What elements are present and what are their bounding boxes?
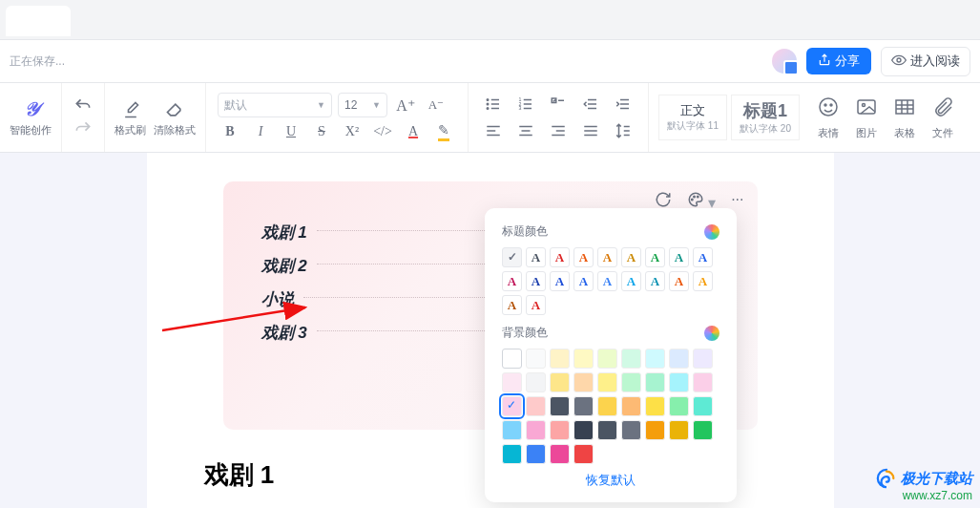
more-icon[interactable]: ···: [731, 191, 743, 212]
strikethrough-button[interactable]: S: [309, 121, 334, 142]
title-color-swatch[interactable]: A: [597, 247, 617, 267]
outdent-button[interactable]: [577, 94, 604, 115]
align-justify-button[interactable]: [577, 120, 604, 141]
ordered-list-button[interactable]: 123: [512, 94, 539, 115]
style-heading1[interactable]: 标题1 默认字体 20: [731, 95, 800, 140]
bullet-list-button[interactable]: [480, 94, 507, 115]
title-color-swatch[interactable]: A: [526, 247, 546, 267]
bg-color-swatch[interactable]: [526, 372, 546, 392]
bold-button[interactable]: B: [218, 121, 242, 142]
bg-color-swatch[interactable]: [526, 420, 546, 440]
custom-color-icon[interactable]: [704, 224, 719, 240]
read-mode-button[interactable]: 进入阅读: [881, 47, 970, 76]
highlight-button[interactable]: ✎: [431, 121, 456, 142]
italic-button[interactable]: I: [248, 121, 273, 142]
align-left-button[interactable]: [480, 120, 507, 141]
bg-color-swatch[interactable]: [550, 444, 570, 464]
avatar[interactable]: [772, 49, 797, 74]
title-color-swatch[interactable]: A: [526, 295, 546, 315]
title-color-swatch[interactable]: A: [573, 271, 594, 291]
align-center-button[interactable]: [512, 120, 539, 141]
bg-color-swatch[interactable]: [645, 396, 665, 416]
bg-color-swatch[interactable]: [693, 349, 713, 369]
title-color-swatch[interactable]: A: [645, 271, 665, 291]
restore-default-button[interactable]: 恢复默认: [502, 472, 719, 489]
share-button[interactable]: 分享: [806, 48, 871, 74]
bg-color-swatch[interactable]: [693, 396, 713, 416]
title-color-swatch[interactable]: A: [526, 271, 546, 291]
format-brush-icon[interactable]: [119, 98, 142, 121]
title-color-swatch[interactable]: A: [550, 247, 570, 267]
checklist-button[interactable]: [545, 94, 572, 115]
superscript-button[interactable]: X²: [340, 121, 365, 142]
bg-color-swatch[interactable]: [573, 396, 594, 416]
decrease-font-icon[interactable]: A⁻: [424, 95, 448, 116]
bg-color-swatch[interactable]: [573, 444, 594, 464]
title-color-swatch[interactable]: [502, 247, 522, 267]
font-color-button[interactable]: A: [401, 121, 426, 142]
title-color-swatch[interactable]: A: [502, 271, 522, 291]
bg-color-swatch[interactable]: [693, 420, 713, 440]
title-color-swatch[interactable]: A: [573, 247, 594, 267]
title-color-swatch[interactable]: A: [669, 271, 689, 291]
title-color-swatch[interactable]: A: [669, 247, 689, 267]
bg-color-swatch[interactable]: [502, 396, 522, 416]
bg-color-swatch[interactable]: [550, 372, 570, 392]
bg-color-swatch[interactable]: [573, 372, 594, 392]
bg-color-swatch[interactable]: [621, 349, 641, 369]
title-color-swatch[interactable]: A: [693, 271, 713, 291]
underline-button[interactable]: U: [279, 121, 303, 142]
title-color-swatch[interactable]: A: [621, 271, 641, 291]
bg-color-swatch[interactable]: [621, 372, 641, 392]
smart-create-icon[interactable]: 𝒴: [19, 98, 42, 121]
bg-color-swatch[interactable]: [645, 420, 665, 440]
indent-button[interactable]: [610, 94, 636, 115]
bg-color-swatch[interactable]: [669, 396, 689, 416]
file-button[interactable]: 文件: [924, 83, 962, 152]
bg-color-swatch[interactable]: [645, 349, 665, 369]
increase-font-icon[interactable]: A⁺: [393, 95, 418, 116]
line-height-button[interactable]: [610, 120, 636, 141]
bg-color-swatch[interactable]: [669, 349, 689, 369]
bg-color-swatch[interactable]: [621, 420, 641, 440]
bg-color-swatch[interactable]: [502, 349, 522, 369]
bg-color-swatch[interactable]: [550, 420, 570, 440]
bg-color-swatch[interactable]: [597, 349, 617, 369]
redo-icon[interactable]: [72, 117, 94, 140]
bg-color-swatch[interactable]: [526, 396, 546, 416]
bg-color-swatch[interactable]: [526, 349, 546, 369]
undo-icon[interactable]: [72, 95, 94, 117]
table-button[interactable]: 表格: [886, 83, 924, 152]
title-color-swatch[interactable]: A: [621, 247, 641, 267]
bg-color-swatch[interactable]: [669, 420, 689, 440]
title-color-swatch[interactable]: A: [597, 271, 617, 291]
bg-color-swatch[interactable]: [621, 396, 641, 416]
bg-color-swatch[interactable]: [550, 396, 570, 416]
bg-color-swatch[interactable]: [669, 372, 689, 392]
style-normal[interactable]: 正文 默认字体 11: [658, 95, 727, 140]
bg-color-swatch[interactable]: [693, 372, 713, 392]
bg-color-swatch[interactable]: [502, 444, 522, 464]
bg-color-swatch[interactable]: [597, 420, 617, 440]
clear-format-icon[interactable]: [163, 98, 186, 121]
bg-color-swatch[interactable]: [550, 349, 570, 369]
bg-color-swatch[interactable]: [502, 372, 522, 392]
emoji-button[interactable]: 表情: [809, 83, 847, 152]
title-color-swatch[interactable]: A: [550, 271, 570, 291]
bg-color-swatch[interactable]: [573, 349, 594, 369]
tab-blank[interactable]: [6, 6, 71, 36]
font-size-select[interactable]: 12▼: [338, 93, 387, 117]
bg-color-swatch[interactable]: [573, 420, 594, 440]
font-family-select[interactable]: 默认▼: [218, 93, 332, 117]
code-button[interactable]: </>: [370, 121, 395, 142]
title-color-swatch[interactable]: A: [693, 247, 713, 267]
title-color-swatch[interactable]: A: [502, 295, 522, 315]
bg-color-swatch[interactable]: [597, 396, 617, 416]
bg-color-swatch[interactable]: [645, 372, 665, 392]
title-color-swatch[interactable]: A: [645, 247, 665, 267]
bg-color-swatch[interactable]: [526, 444, 546, 464]
align-right-button[interactable]: [545, 120, 572, 141]
custom-color-icon[interactable]: [704, 326, 719, 341]
bg-color-swatch[interactable]: [597, 372, 617, 392]
bg-color-swatch[interactable]: [502, 420, 522, 440]
